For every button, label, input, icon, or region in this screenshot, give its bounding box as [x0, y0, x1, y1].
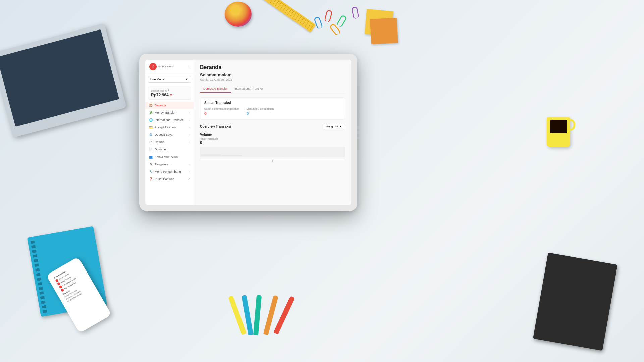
- sidebar-item-pengaturan[interactable]: ⚙ Pengaturan ›: [145, 161, 194, 168]
- chart-bar-1: [201, 154, 221, 156]
- sidebar-item-international-transfer[interactable]: 🌐 International Transfer ›: [145, 116, 194, 124]
- deposit-saya-chevron: ›: [189, 133, 190, 136]
- pusat-bantuan-label: Pusat Bantuan: [155, 177, 174, 181]
- status-value-1: 0: [204, 111, 239, 116]
- mug-handle: [568, 119, 575, 131]
- sticky-note-orange: [370, 18, 398, 44]
- phone-dot-3: [59, 285, 62, 289]
- refund-label: Refund: [155, 140, 164, 144]
- main-content: Beranda Selamat malam Kamis, 12 Oktober …: [194, 60, 351, 205]
- sidebar-item-menu-pengembang[interactable]: 🔧 Menu Pengembang ›: [145, 168, 194, 175]
- chart-placeholder: [200, 147, 345, 157]
- status-label-1: Butuh konfirmasi/pengecekan: [204, 107, 239, 110]
- sidebar-item-pusat-bantuan[interactable]: ❓ Pusat Bantuan ↗: [145, 175, 194, 183]
- refund-icon: ↩: [149, 140, 153, 144]
- overview-title: Overview Transaksi: [200, 125, 231, 128]
- volume-value: 0: [200, 140, 345, 145]
- status-label-2: Menunggu persetujuan: [246, 107, 274, 110]
- rubber-band-ball: [225, 2, 252, 27]
- sidebar-item-refund[interactable]: ↩ Refund ›: [145, 138, 194, 146]
- phone-dot-4: [61, 288, 64, 292]
- money-transfer-chevron: ›: [189, 111, 190, 114]
- sidebar-item-money-transfer[interactable]: 💸 Money Transfer ›: [145, 109, 194, 116]
- refund-chevron: ›: [189, 141, 190, 144]
- period-chevron-icon: ▼: [339, 125, 342, 128]
- status-value-2: 0: [246, 111, 274, 116]
- sidebar-item-accept-payment[interactable]: 💳 Accept Payment ›: [145, 124, 194, 131]
- sidebar-item-deposit-saya[interactable]: 🏦 Deposit Saya ›: [145, 131, 194, 138]
- coffee-mug: [543, 111, 577, 147]
- flip-logo-text: for business: [158, 65, 173, 68]
- page-title: Beranda: [200, 64, 345, 70]
- sidebar: f for business ℹ Live Mode ▼ Deposit saa…: [145, 60, 194, 205]
- pengaturan-icon: ⚙: [149, 163, 153, 166]
- dokumen-label: Dokumen: [155, 148, 168, 151]
- sidebar-item-dokumen[interactable]: 📄 Dokumen: [145, 146, 194, 153]
- tablet: f for business ℹ Live Mode ▼ Deposit saa…: [139, 54, 357, 211]
- sidebar-item-beranda[interactable]: 🏠 Beranda: [145, 102, 194, 109]
- phone-dot-1: [55, 279, 59, 282]
- kelola-label: Kelola Multi Akun: [155, 155, 178, 159]
- chart-bar-4: [263, 156, 282, 156]
- pusat-bantuan-external-icon: ↗: [188, 178, 190, 181]
- accept-payment-icon: 💳: [149, 126, 153, 129]
- status-card-title: Status Transaksi: [204, 101, 341, 105]
- accept-payment-label: Accept Payment: [155, 126, 177, 129]
- mode-label: Live Mode: [150, 78, 164, 81]
- beranda-icon: 🏠: [149, 104, 153, 107]
- chart-bar-5: [283, 156, 303, 156]
- money-transfer-label: Money Transfer: [155, 111, 176, 114]
- kelola-icon: 👥: [149, 155, 153, 159]
- chart-axis-line: [200, 159, 345, 159]
- accept-payment-chevron: ›: [189, 126, 190, 129]
- status-card: Status Transaksi Butuh konfirmasi/pengec…: [200, 97, 345, 120]
- deposit-edit-icon[interactable]: ✏: [170, 93, 173, 97]
- period-select[interactable]: Minggu ini ▼: [323, 124, 345, 129]
- period-label: Minggu ini: [326, 125, 338, 128]
- status-item-menunggu-persetujuan: Menunggu persetujuan 0: [246, 107, 274, 116]
- money-transfer-icon: 💸: [149, 111, 153, 114]
- chart-bar-2: [222, 155, 241, 156]
- greeting-text: Selamat malam: [200, 72, 345, 77]
- deposit-amount: Rp72.964 ✏: [151, 93, 188, 97]
- pengaturan-chevron: ›: [189, 163, 190, 166]
- chart-bar-6: [304, 156, 323, 156]
- pusat-bantuan-icon: ❓: [149, 177, 153, 181]
- deposit-saya-icon: 🏦: [149, 133, 153, 136]
- menu-pengembang-icon: 🔧: [149, 170, 153, 173]
- flip-logo-icon: f: [149, 63, 157, 70]
- beranda-label: Beranda: [155, 104, 166, 107]
- tab-domestic-transfer[interactable]: Domestic Transfer: [200, 85, 231, 93]
- notebook-black: [533, 253, 618, 351]
- chart-bar-7: [324, 156, 344, 156]
- menu-pengembang-chevron: ›: [189, 170, 190, 173]
- tab-international-transfer[interactable]: International Transfer: [231, 85, 266, 93]
- tablet-inner: f for business ℹ Live Mode ▼ Deposit saa…: [145, 60, 351, 205]
- volume-label: Total Transaksi: [200, 137, 345, 140]
- volume-section: Volume Total Transaksi 0 1: [200, 133, 345, 162]
- mode-select[interactable]: Live Mode ▼: [148, 76, 191, 83]
- deposit-label: Deposit saat ini ℹ: [151, 89, 188, 92]
- intl-transfer-label: International Transfer: [155, 118, 183, 122]
- chart-bar-3: [242, 156, 262, 156]
- volume-title: Volume: [200, 133, 345, 136]
- mug-coffee: [550, 120, 567, 133]
- status-grid: Butuh konfirmasi/pengecekan 0 Menunggu p…: [204, 107, 341, 116]
- greeting-date: Kamis, 12 Oktober 2023: [200, 78, 345, 81]
- chart-axis-label: 1: [200, 160, 345, 162]
- status-item-butuh-konfirmasi: Butuh konfirmasi/pengecekan 0: [204, 107, 239, 116]
- flip-logo: f for business: [149, 63, 173, 70]
- menu-pengembang-label: Menu Pengembang: [155, 170, 181, 173]
- pengaturan-label: Pengaturan: [155, 163, 170, 166]
- sidebar-header: f for business ℹ: [145, 60, 194, 73]
- tablet-wrapper: f for business ℹ Live Mode ▼ Deposit saa…: [139, 54, 357, 211]
- deposit-saya-label: Deposit Saya: [155, 133, 173, 136]
- mode-chevron-icon: ▼: [185, 78, 189, 81]
- overview-row: Overview Transaksi Minggu ini ▼: [200, 124, 345, 129]
- mug-body: [547, 117, 570, 147]
- flip-logo-letter: f: [153, 65, 154, 68]
- sidebar-info-icon[interactable]: ℹ: [188, 65, 190, 69]
- deposit-info-icon: ℹ: [168, 89, 169, 92]
- phone-dot-2: [57, 282, 61, 286]
- sidebar-item-kelola-multi-akun[interactable]: 👥 Kelola Multi Akun: [145, 153, 194, 161]
